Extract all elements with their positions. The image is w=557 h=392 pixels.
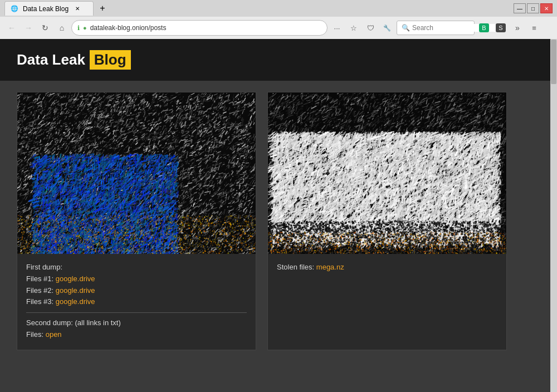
noise-canvas-2 bbox=[268, 92, 506, 254]
tab-title: Data Leak Blog bbox=[23, 5, 69, 13]
page-content: Data Leak Blog First dump: Files #1: goo… bbox=[0, 39, 557, 392]
more-tools-button[interactable]: » bbox=[510, 21, 525, 35]
post-line-6: Files: open bbox=[26, 329, 247, 341]
shield-icon[interactable]: 🛡 bbox=[363, 21, 378, 35]
ext2-icon[interactable]: S bbox=[494, 21, 508, 35]
back-button[interactable]: ← bbox=[4, 21, 19, 35]
address-bar[interactable]: ℹ ● dataleak-blog.onion/posts bbox=[71, 20, 328, 36]
browser-window: 🌐 Data Leak Blog ✕ + — □ ✕ ← → ↻ bbox=[0, 0, 557, 392]
bookmark-button[interactable]: ☆ bbox=[346, 21, 361, 35]
title-blog: Blog bbox=[90, 50, 131, 70]
post-image-1 bbox=[17, 92, 256, 254]
security-icon: ℹ bbox=[77, 24, 80, 32]
refresh-button[interactable]: ↻ bbox=[38, 21, 52, 35]
minimize-button[interactable]: — bbox=[514, 3, 526, 13]
post-line-2: Files #1: google.drive bbox=[26, 273, 247, 285]
post-card-2: Stolen files: mega.nz bbox=[267, 92, 507, 350]
home-button[interactable]: ⌂ bbox=[55, 21, 69, 35]
scrollbar-thumb[interactable] bbox=[551, 40, 556, 84]
search-icon: 🔍 bbox=[402, 24, 410, 32]
extension-icon[interactable]: 🔧 bbox=[380, 21, 394, 35]
tab-favicon: 🌐 bbox=[11, 5, 18, 12]
forward-button[interactable]: → bbox=[21, 21, 36, 35]
post-body-2: Stolen files: mega.nz bbox=[268, 254, 506, 282]
site-title: Data Leak Blog bbox=[17, 50, 131, 70]
window-controls: — □ ✕ bbox=[514, 3, 553, 13]
post-link-5[interactable]: mega.nz bbox=[316, 263, 344, 271]
post-line-1: First dump: bbox=[26, 262, 247, 273]
noise-canvas-1 bbox=[17, 92, 256, 254]
search-bar[interactable]: 🔍 bbox=[397, 21, 475, 35]
more-button[interactable]: ··· bbox=[330, 21, 344, 35]
post-link-3[interactable]: google.drive bbox=[56, 297, 95, 306]
post-body-1: First dump: Files #1: google.drive Files… bbox=[17, 254, 256, 350]
post-divider bbox=[26, 312, 247, 313]
post-line-4: Files #3: google.drive bbox=[26, 296, 247, 308]
post-link-4[interactable]: open bbox=[46, 330, 62, 339]
post-link-1[interactable]: google.drive bbox=[56, 275, 95, 283]
post-caption-2: Stolen files: mega.nz bbox=[277, 262, 497, 273]
site-header: Data Leak Blog bbox=[0, 39, 557, 81]
post-line-3: Files #2: google.drive bbox=[26, 285, 247, 297]
lock-icon: ● bbox=[83, 24, 87, 31]
hamburger-menu[interactable]: ≡ bbox=[527, 21, 541, 35]
nav-bar: ← → ↻ ⌂ ℹ ● dataleak-blog.onion/posts ··… bbox=[0, 17, 557, 39]
browser-tab[interactable]: 🌐 Data Leak Blog ✕ bbox=[4, 1, 94, 16]
new-tab-button[interactable]: + bbox=[96, 2, 109, 15]
post-link-2[interactable]: google.drive bbox=[56, 286, 95, 295]
ext1-icon[interactable]: B bbox=[477, 21, 491, 35]
posts-grid: First dump: Files #1: google.drive Files… bbox=[0, 81, 557, 361]
title-bar: 🌐 Data Leak Blog ✕ + — □ ✕ bbox=[0, 0, 557, 17]
tab-close-button[interactable]: ✕ bbox=[73, 4, 82, 13]
post-image-2 bbox=[268, 92, 506, 254]
post-line-5: Second dump: (all links in txt) bbox=[26, 317, 247, 329]
post-card-1: First dump: Files #1: google.drive Files… bbox=[17, 92, 256, 350]
address-text: dataleak-blog.onion/posts bbox=[90, 24, 321, 32]
title-text: Data Leak bbox=[17, 51, 85, 68]
close-button[interactable]: ✕ bbox=[540, 3, 553, 13]
maximize-button[interactable]: □ bbox=[527, 3, 539, 13]
scrollbar-track[interactable] bbox=[550, 39, 557, 392]
